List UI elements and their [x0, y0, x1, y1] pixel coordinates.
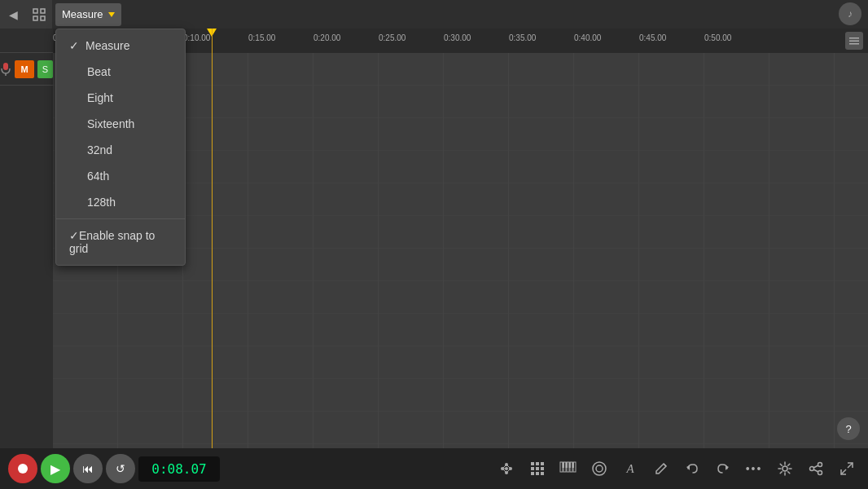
menu-item-sixteenth-label: Sixteenth	[87, 117, 134, 130]
undo-icon	[685, 461, 699, 476]
svg-rect-24	[536, 462, 539, 465]
loop-button[interactable]: ↺	[106, 454, 135, 483]
measure-dropdown[interactable]: Measure	[55, 3, 121, 26]
svg-rect-28	[541, 467, 544, 470]
loop-region-button[interactable]	[586, 456, 612, 482]
record-button[interactable]	[8, 454, 37, 483]
back-button[interactable]: ◀	[0, 0, 26, 29]
grid-icon	[33, 8, 46, 21]
back-icon: ◀	[9, 8, 18, 21]
svg-point-41	[593, 462, 606, 475]
menu-item-snap[interactable]: ✓Enable snap togrid	[56, 222, 185, 262]
svg-point-46	[783, 466, 787, 471]
help-button[interactable]: ?	[837, 417, 860, 440]
playhead-line-ruler	[212, 29, 213, 53]
svg-line-43	[664, 464, 666, 466]
nodes-button[interactable]	[493, 456, 519, 482]
svg-rect-2	[33, 16, 37, 20]
menu-item-measure[interactable]: Measure	[56, 33, 185, 59]
menu-item-sixteenth[interactable]: Sixteenth	[56, 111, 185, 137]
piano-button[interactable]	[555, 456, 581, 482]
ruler-mark-25: 0:25.00	[379, 33, 406, 42]
svg-rect-40	[572, 462, 575, 468]
menu-item-32nd-label: 32nd	[87, 143, 112, 156]
rewind-button[interactable]: ⏮	[73, 454, 103, 483]
undo-button[interactable]	[679, 456, 705, 482]
menu-item-128th[interactable]: 128th	[56, 189, 185, 215]
share-icon	[809, 461, 823, 476]
mute-button[interactable]: M	[15, 60, 34, 78]
more-icon: •••	[746, 462, 763, 475]
step-sequencer-icon	[530, 461, 545, 476]
ruler-settings-button[interactable]	[845, 32, 863, 50]
svg-rect-6	[849, 43, 859, 45]
pencil-button[interactable]	[648, 456, 674, 482]
play-icon: ▶	[50, 461, 60, 477]
svg-rect-30	[536, 472, 539, 475]
music-icon: ♪	[848, 8, 853, 20]
svg-rect-0	[33, 9, 37, 13]
grid-button[interactable]	[26, 0, 52, 29]
svg-point-47	[818, 463, 822, 467]
svg-rect-27	[536, 467, 539, 470]
solo-button[interactable]: S	[37, 60, 53, 78]
menu-item-64th[interactable]: 64th	[56, 163, 185, 189]
svg-rect-39	[569, 462, 572, 468]
ruler-mark-20: 0:20.00	[313, 33, 340, 42]
ruler-mark-50: 0:50.00	[704, 33, 731, 42]
menu-item-beat[interactable]: Beat	[56, 59, 185, 85]
more-button[interactable]: •••	[741, 456, 767, 482]
ruler-settings-icon	[848, 35, 860, 46]
svg-rect-23	[531, 462, 534, 465]
text-button[interactable]: A	[617, 456, 643, 482]
svg-line-53	[848, 463, 853, 468]
top-right-icon: ♪	[839, 2, 861, 25]
ruler-mark-45: 0:45.00	[639, 33, 666, 42]
loop-icon: ↺	[116, 462, 125, 475]
svg-rect-4	[849, 37, 859, 39]
nodes-icon	[499, 461, 514, 476]
mic-area	[0, 62, 11, 77]
menu-item-128th-label: 128th	[87, 196, 116, 209]
svg-rect-37	[563, 462, 565, 468]
track-playhead	[212, 53, 213, 448]
svg-point-42	[596, 465, 603, 472]
svg-line-52	[841, 469, 846, 474]
ruler-spacer	[0, 29, 53, 53]
time-value: 0:08.07	[151, 461, 206, 477]
redo-button[interactable]	[710, 456, 736, 482]
ruler-mark-15: 0:15.00	[248, 33, 275, 42]
measure-label: Measure	[62, 8, 103, 20]
dropdown-menu: Measure Beat Eight Sixteenth 32nd 64th 1…	[55, 29, 186, 266]
svg-rect-26	[531, 467, 534, 470]
svg-point-48	[818, 471, 822, 475]
menu-item-eight[interactable]: Eight	[56, 85, 185, 111]
time-display: 0:08.07	[138, 456, 220, 482]
piano-icon	[559, 461, 577, 476]
help-icon: ?	[845, 423, 851, 435]
menu-item-32nd[interactable]: 32nd	[56, 137, 185, 163]
pencil-icon	[654, 461, 669, 476]
share-button[interactable]	[803, 456, 829, 482]
redo-icon	[716, 461, 730, 476]
expand-icon	[840, 461, 854, 476]
expand-button[interactable]	[834, 456, 860, 482]
svg-rect-1	[41, 9, 45, 13]
menu-divider	[56, 218, 185, 219]
menu-item-beat-label: Beat	[87, 65, 111, 78]
track-header-1: M S	[0, 53, 53, 86]
svg-rect-25	[541, 462, 544, 465]
svg-rect-5	[849, 41, 859, 42]
settings-button[interactable]	[772, 456, 798, 482]
svg-line-50	[813, 465, 818, 468]
step-sequencer-button[interactable]	[524, 456, 550, 482]
play-button[interactable]: ▶	[41, 454, 70, 483]
menu-item-eight-label: Eight	[87, 91, 113, 104]
svg-line-51	[813, 469, 818, 472]
track-headers: M S	[0, 53, 53, 448]
svg-rect-38	[566, 462, 568, 468]
svg-rect-7	[3, 63, 8, 70]
svg-rect-29	[531, 472, 534, 475]
menu-item-measure-label: Measure	[85, 39, 129, 52]
transport-controls: ▶ ⏮ ↺ 0:08.07	[8, 454, 220, 483]
